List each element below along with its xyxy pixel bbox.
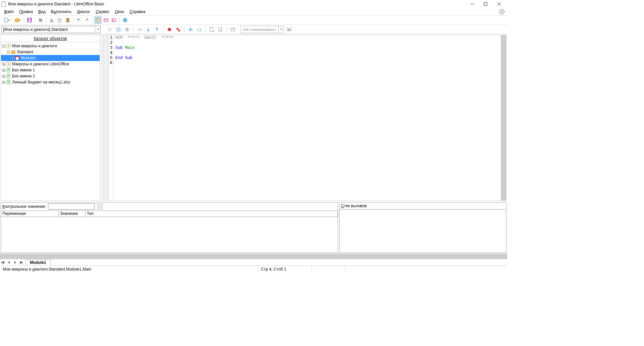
expand-icon[interactable]: +	[11, 57, 14, 60]
svg-rect-10	[40, 21, 42, 22]
svg-point-34	[168, 28, 171, 31]
tab-next-button[interactable]	[12, 260, 18, 266]
tree-row[interactable]: + Макросы и диалоги LibreOffice	[1, 61, 100, 67]
tree-row[interactable]: + Без имени 1	[1, 67, 100, 73]
run-button[interactable]	[115, 26, 122, 33]
menu-edit[interactable]: Правка	[17, 9, 36, 15]
menu-dialog[interactable]: Диалог	[74, 9, 93, 15]
watch-col-type[interactable]: Тип	[86, 211, 338, 217]
object-tree[interactable]: − Мои макросы и диалоги − Standard + Mod…	[1, 42, 100, 200]
locale-combo-value: <Не локализовано>	[242, 27, 276, 32]
watch-col-value[interactable]: Значение	[59, 211, 86, 217]
watch-col-variable[interactable]: Переменная	[1, 211, 59, 217]
find-parenthesis-button[interactable]: { }	[196, 26, 203, 33]
manage-language-button[interactable]: A	[285, 26, 293, 33]
manage-breakpoints-button[interactable]	[174, 26, 182, 33]
menu-file[interactable]: Файл	[1, 9, 17, 15]
object-catalog-button[interactable]	[94, 16, 102, 24]
compile-button[interactable]	[106, 26, 113, 33]
menu-bar: Файл Правка Вид Выполнить Диалог Сервис …	[0, 8, 507, 15]
status-cell	[345, 266, 507, 272]
callstack-list[interactable]	[340, 209, 506, 252]
toolbar-macro: [Мои макросы и диалоги].Standard { } <Не…	[0, 25, 507, 34]
menu-run[interactable]: Выполнить	[48, 9, 74, 15]
svg-rect-25	[112, 19, 116, 22]
minimize-button[interactable]	[466, 0, 479, 8]
svg-rect-60	[7, 80, 10, 84]
expand-icon[interactable]: +	[2, 63, 5, 66]
menu-tools[interactable]: Сервис	[93, 9, 112, 15]
open-button[interactable]	[12, 16, 22, 24]
chevron-down-icon[interactable]	[95, 26, 100, 33]
callstack-label: Стек вызовов:	[340, 203, 506, 209]
globe-icon[interactable]	[499, 9, 504, 14]
library-combo[interactable]: [Мои макросы и диалоги].Standard	[1, 26, 101, 33]
status-bar: Мои макросы и диалоги.Standard.Module1.M…	[0, 266, 507, 272]
breakpoint-margin[interactable]	[103, 35, 109, 200]
watch-label: Контрольное значение:	[2, 204, 46, 209]
tree-label: Standard	[17, 50, 33, 54]
insert-source-button[interactable]	[208, 26, 215, 33]
save-source-button[interactable]	[217, 26, 224, 33]
modules-button[interactable]	[110, 16, 118, 24]
watch-table[interactable]: Переменная Значение Тип	[1, 211, 338, 252]
watch-input[interactable]	[48, 204, 95, 210]
new-button[interactable]	[1, 16, 11, 24]
chevron-down-icon[interactable]	[278, 26, 284, 33]
select-macro-button[interactable]	[102, 16, 110, 24]
tree-row[interactable]: + Личный бюджет на месяц1.xlsx	[1, 79, 100, 85]
expand-icon[interactable]: −	[7, 51, 10, 54]
vertical-scrollbar[interactable]	[501, 35, 506, 200]
cut-button[interactable]	[48, 16, 55, 24]
module-tab[interactable]: Module1	[25, 260, 51, 265]
locale-combo[interactable]: <Не локализовано>	[240, 26, 284, 33]
expand-icon[interactable]: +	[2, 81, 5, 84]
tree-label: Без имени 2	[12, 74, 35, 78]
close-button[interactable]	[492, 0, 506, 8]
module-icon	[15, 56, 20, 60]
watch-button[interactable]	[187, 26, 194, 33]
tree-label: Без имени 1	[12, 68, 35, 72]
tab-first-button[interactable]	[0, 260, 6, 266]
horizontal-scrollbar[interactable]	[0, 253, 507, 259]
svg-point-36	[178, 30, 180, 32]
tree-row-selected[interactable]: + Module1	[1, 55, 100, 61]
svg-rect-7	[29, 18, 31, 20]
step-out-button[interactable]	[153, 26, 161, 33]
svg-rect-6	[28, 20, 31, 22]
window-controls	[466, 0, 506, 8]
save-button[interactable]	[26, 16, 33, 24]
import-dialog-button[interactable]	[229, 26, 236, 33]
copy-button[interactable]	[56, 16, 63, 24]
breakpoint-button[interactable]	[166, 26, 173, 33]
tree-label: Личный бюджет на месяц1.xlsx	[12, 80, 70, 84]
document-icon	[1, 1, 6, 7]
tab-prev-button[interactable]	[6, 260, 12, 266]
tree-row[interactable]: − Мои макросы и диалоги	[1, 43, 100, 49]
redo-button[interactable]	[83, 16, 91, 24]
remove-watch-button[interactable]	[97, 204, 103, 210]
watch-panel: Контрольное значение: Переменная Значени…	[1, 202, 338, 253]
svg-point-38	[190, 29, 191, 30]
document-icon	[6, 80, 11, 84]
paste-button[interactable]	[64, 16, 71, 24]
maximize-button[interactable]	[479, 0, 492, 8]
code-editor[interactable]: REM ***** BASIC *****Sub MainEnd Sub	[113, 35, 501, 200]
menu-help[interactable]: Справка	[127, 9, 148, 15]
stop-button[interactable]	[123, 26, 131, 33]
tree-row[interactable]: + Без имени 2	[1, 73, 100, 79]
expand-icon[interactable]: +	[2, 75, 5, 78]
menu-window[interactable]: Окно	[112, 9, 127, 15]
menu-view[interactable]: Вид	[36, 9, 48, 15]
expand-icon[interactable]: +	[2, 69, 5, 72]
print-button[interactable]	[37, 16, 44, 24]
step-into-button[interactable]	[145, 26, 152, 33]
tab-last-button[interactable]	[18, 260, 24, 266]
step-over-button[interactable]	[136, 26, 143, 33]
title-bar: Мои макросы и диалоги.Standard - LibreOf…	[0, 0, 507, 8]
undo-button[interactable]	[75, 16, 83, 24]
tree-row[interactable]: − Standard	[1, 49, 100, 55]
expand-icon[interactable]: −	[2, 45, 5, 48]
help-button[interactable]: ?	[121, 16, 129, 24]
status-cursor-pos: Стр 4, Стлб 1	[258, 266, 312, 272]
